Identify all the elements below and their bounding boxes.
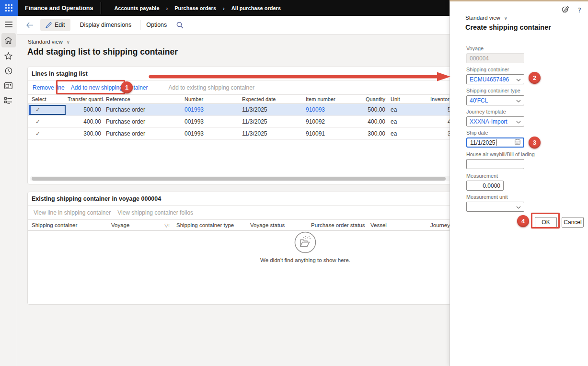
cell-item-number[interactable]: 910091 xyxy=(305,130,343,137)
display-dimensions-button[interactable]: Display dimensions xyxy=(78,22,134,28)
view-shipping-container-folios-button[interactable]: View shipping container folios xyxy=(117,209,193,216)
measurement-unit-dropdown[interactable] xyxy=(466,202,524,212)
house-awb-field: House air waybill/Bill of lading xyxy=(466,151,535,169)
cell-number[interactable]: 001993 xyxy=(184,118,241,125)
shipping-container-dropdown[interactable]: ECMU4657496 xyxy=(466,74,524,84)
shipping-container-type-dropdown[interactable]: 40'FCL xyxy=(466,95,524,105)
feedback-icon[interactable] xyxy=(562,5,569,15)
cell-expected-date: 11/3/2025 xyxy=(241,118,305,125)
panel-view-selector-label: Standard view xyxy=(465,15,500,21)
column-header-shipping-container-type[interactable]: Shipping container type xyxy=(173,222,246,228)
add-to-existing-shipping-container-button[interactable]: Add to existing shipping container xyxy=(168,84,254,91)
column-header-voyage[interactable]: Voyage ▽↑ xyxy=(107,222,173,228)
calendar-icon[interactable] xyxy=(515,139,520,146)
checkmark-icon: ✓ xyxy=(35,106,40,113)
table-row[interactable]: ✓ 300.00 Purchase order 001993 11/3/2025… xyxy=(28,128,450,140)
row-checkbox-selected[interactable]: ✓ xyxy=(29,105,66,115)
checkmark-icon[interactable]: ✓ xyxy=(35,118,40,125)
create-shipping-container-panel: ? Standard view ∨ Create shipping contai… xyxy=(450,0,588,366)
filter-sort-icon[interactable]: ▽↑ xyxy=(164,223,170,228)
hamburger-menu-button[interactable] xyxy=(1,18,16,31)
column-header-journey-template[interactable]: Journey template xyxy=(427,222,450,228)
breadcrumb-chevron-icon: › xyxy=(223,4,225,11)
view-line-in-shipping-container-button[interactable]: View line in shipping container xyxy=(34,209,111,216)
column-header-voyage-status[interactable]: Voyage status xyxy=(246,222,307,228)
cell-reference: Purchase order xyxy=(104,106,184,113)
ship-date-label: Ship date xyxy=(466,130,524,136)
measurement-label: Measurement xyxy=(466,173,504,179)
house-awb-input[interactable] xyxy=(466,159,524,169)
ship-date-input[interactable]: 11/1/2025 xyxy=(466,137,524,148)
modules-list-icon xyxy=(4,97,12,104)
column-header-transfer-quantity[interactable]: Transfer quanti... xyxy=(68,96,104,102)
edit-button[interactable]: Edit xyxy=(40,19,70,31)
cell-item-number-link[interactable]: 910093 xyxy=(305,106,343,113)
annotation-box-step1 xyxy=(56,80,125,94)
app-title[interactable]: Finance and Operations xyxy=(25,5,93,11)
page-title: Add staging list to shipping container xyxy=(27,47,178,57)
search-button[interactable] xyxy=(176,22,184,29)
horizontal-scrollbar xyxy=(30,176,450,181)
empty-state: We didn't find anything to show here. xyxy=(260,231,350,263)
cell-reference: Purchase order xyxy=(104,130,184,137)
app-launcher-button[interactable] xyxy=(0,0,18,16)
column-header-reference[interactable]: Reference xyxy=(104,96,184,102)
cell-transfer-quantity: 300.00 xyxy=(68,130,104,137)
chevron-down-icon xyxy=(516,76,521,83)
breadcrumb-item-page[interactable]: All purchase orders xyxy=(231,5,281,11)
column-header-expected-date[interactable]: Expected date xyxy=(241,96,305,102)
measurement-unit-field: Measurement unit xyxy=(466,194,524,212)
cell-inventory: 500.00 xyxy=(419,106,450,113)
table-row[interactable]: ✓ 500.00 Purchase order 001993 11/3/2025… xyxy=(28,104,450,116)
panel-view-selector[interactable]: Standard view ∨ xyxy=(465,15,507,21)
column-header-number[interactable]: Number xyxy=(184,96,241,102)
view-selector[interactable]: Standard view ∨ xyxy=(28,39,70,45)
column-header-inventory[interactable]: Inventory xyxy=(419,96,450,102)
annotation-step-4: 4 xyxy=(517,215,529,227)
sidebar-item-workspaces[interactable] xyxy=(1,80,16,92)
help-icon[interactable]: ? xyxy=(578,6,581,14)
cell-number-link[interactable]: 001993 xyxy=(184,106,241,113)
table-row[interactable]: ✓ 400.00 Purchase order 001993 11/3/2025… xyxy=(28,116,450,128)
back-button[interactable] xyxy=(26,22,34,28)
column-header-unit[interactable]: Unit xyxy=(389,96,419,102)
column-header-quantity[interactable]: Quantity xyxy=(343,96,389,102)
cell-quantity: 400.00 xyxy=(343,118,389,125)
cell-number[interactable]: 001993 xyxy=(184,130,241,137)
options-button[interactable]: Options xyxy=(144,22,169,28)
column-header-purchase-order-status[interactable]: Purchase order status xyxy=(307,222,367,228)
column-header-select[interactable]: Select xyxy=(28,96,68,102)
shipping-container-field: Shipping container ECMU4657496 xyxy=(466,67,524,84)
application-window: Finance and Operations Accounts payable … xyxy=(0,0,588,366)
sidebar-item-home[interactable] xyxy=(1,33,16,47)
chevron-down-icon: ∨ xyxy=(67,40,70,45)
edit-button-label: Edit xyxy=(55,22,65,28)
breadcrumb-item-module[interactable]: Accounts payable xyxy=(114,5,159,11)
cell-item-number[interactable]: 910092 xyxy=(305,118,343,125)
cell-transfer-quantity: 500.00 xyxy=(68,106,104,113)
column-header-shipping-container[interactable]: Shipping container xyxy=(28,222,107,228)
column-header-vessel[interactable]: Vessel xyxy=(367,222,427,228)
voyage-label: Voyage xyxy=(466,46,524,51)
sidebar-item-modules[interactable] xyxy=(1,94,16,107)
scrollbar-thumb[interactable] xyxy=(32,177,446,181)
star-icon xyxy=(4,52,12,60)
journey-template-dropdown[interactable]: XXXNA-Import xyxy=(466,116,524,126)
cell-quantity: 500.00 xyxy=(343,106,389,113)
panel-title: Create shipping container xyxy=(465,23,551,31)
annotation-step-1: 1 xyxy=(121,81,133,93)
shipping-container-type-label: Shipping container type xyxy=(466,88,524,93)
breadcrumb-item-section[interactable]: Purchase orders xyxy=(174,5,216,11)
measurement-input[interactable] xyxy=(466,181,504,191)
cell-inventory: 400.00 xyxy=(419,118,450,125)
sidebar-item-recent[interactable] xyxy=(1,65,16,77)
sidebar-item-favorites[interactable] xyxy=(1,50,16,62)
cancel-button[interactable]: Cancel xyxy=(562,217,584,228)
waffle-icon xyxy=(5,4,12,11)
chevron-down-icon xyxy=(516,118,521,125)
checkmark-icon[interactable]: ✓ xyxy=(35,130,40,137)
column-header-item-number[interactable]: Item number xyxy=(305,96,343,102)
left-navigation-rail xyxy=(0,16,17,366)
voyage-header-label: Voyage xyxy=(111,222,129,228)
panel-header-icons: ? xyxy=(562,5,581,15)
